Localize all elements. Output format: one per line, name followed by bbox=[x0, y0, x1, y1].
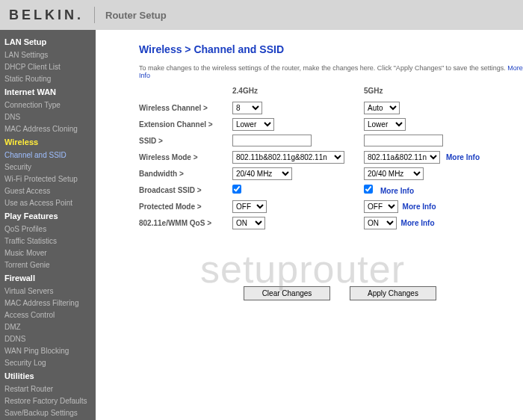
sidebar-item[interactable]: Restart Router bbox=[0, 383, 96, 395]
sidebar-item[interactable]: Music Mover bbox=[0, 247, 96, 259]
more-info-protected[interactable]: More Info bbox=[403, 203, 436, 211]
sidebar-head[interactable]: LAN Setup bbox=[0, 34, 96, 49]
select-mode-5[interactable]: 802.11a&802.11n bbox=[364, 151, 440, 164]
sidebar-item[interactable]: Security bbox=[0, 161, 96, 173]
sidebar-head[interactable]: Play Features bbox=[0, 209, 96, 223]
select-ext-24[interactable]: Lower bbox=[232, 118, 274, 131]
label-wireless-channel: Wireless Channel > bbox=[139, 104, 232, 112]
check-broadcast-5[interactable] bbox=[364, 185, 373, 194]
select-mode-24[interactable]: 802.11b&802.11g&802.11n bbox=[232, 151, 344, 164]
sidebar-item[interactable]: Access Control bbox=[0, 309, 96, 321]
sidebar-item[interactable]: Security Log bbox=[0, 356, 96, 368]
select-qos-24[interactable]: ON bbox=[232, 217, 265, 229]
sidebar-item[interactable]: Use as Access Point bbox=[0, 197, 96, 209]
col-24ghz: 2.4GHz bbox=[232, 87, 364, 95]
sidebar-item[interactable]: LAN Settings bbox=[0, 49, 96, 61]
input-ssid-5[interactable] bbox=[364, 135, 443, 146]
sidebar-item[interactable]: Wi-Fi Protected Setup bbox=[0, 173, 96, 185]
topbar: BELKIN. Router Setup bbox=[0, 0, 523, 30]
input-ssid-24[interactable] bbox=[232, 135, 312, 146]
apply-changes-button[interactable]: Apply Changes bbox=[350, 286, 436, 300]
more-info-qos[interactable]: More Info bbox=[401, 219, 435, 227]
sidebar-item[interactable]: Restore Factory Defaults bbox=[0, 395, 96, 407]
sidebar-item[interactable]: DMZ bbox=[0, 321, 96, 333]
check-broadcast-24[interactable] bbox=[232, 185, 241, 194]
sidebar-item[interactable]: Static Routing bbox=[0, 72, 96, 84]
column-headers: 2.4GHz 5GHz bbox=[139, 87, 523, 95]
brand-separator bbox=[94, 7, 95, 23]
sidebar-item[interactable]: DHCP Client List bbox=[0, 61, 96, 72]
sidebar-item[interactable]: WAN Ping Blocking bbox=[0, 345, 96, 356]
select-ext-5[interactable]: Lower bbox=[364, 118, 406, 131]
more-info-mode[interactable]: More Info bbox=[446, 153, 480, 161]
sidebar-item[interactable]: QoS Profiles bbox=[0, 223, 96, 235]
sidebar-head[interactable]: Utilities bbox=[0, 368, 96, 383]
top-title: Router Setup bbox=[105, 10, 167, 21]
brand-logo: BELKIN. bbox=[9, 7, 84, 23]
label-mode: Wireless Mode > bbox=[139, 153, 232, 161]
label-broadcast: Broadcast SSID > bbox=[139, 186, 232, 194]
select-qos-5[interactable]: ON bbox=[364, 217, 397, 229]
select-channel-24[interactable]: 8 bbox=[232, 102, 262, 114]
sidebar-item[interactable]: DDNS bbox=[0, 333, 96, 345]
label-bandwidth: Bandwidth > bbox=[139, 170, 232, 178]
label-protected: Protected Mode > bbox=[139, 203, 232, 211]
sidebar-item[interactable]: Virtual Servers bbox=[0, 285, 96, 297]
sidebar-item[interactable]: Save/Backup Settings bbox=[0, 407, 96, 419]
label-ssid: SSID > bbox=[139, 137, 232, 145]
sidebar-head[interactable]: Firewall bbox=[0, 271, 96, 285]
page-title: Wireless > Channel and SSID bbox=[139, 43, 523, 55]
desc-text: To make changes to the wireless settings… bbox=[139, 64, 506, 72]
page-desc: To make changes to the wireless settings… bbox=[139, 64, 523, 79]
select-protected-5[interactable]: OFF bbox=[364, 200, 398, 213]
sidebar-item[interactable]: Connection Type bbox=[0, 99, 96, 111]
sidebar-item[interactable]: Torrent Genie bbox=[0, 259, 96, 271]
sidebar-head[interactable]: Internet WAN bbox=[0, 84, 96, 99]
more-info-broadcast[interactable]: More Info bbox=[380, 187, 414, 195]
select-channel-5[interactable]: Auto bbox=[364, 102, 400, 114]
sidebar-item[interactable]: MAC Address Cloning bbox=[0, 123, 96, 135]
select-bw-5[interactable]: 20/40 MHz bbox=[364, 167, 424, 180]
watermark: setuprouter bbox=[200, 247, 405, 291]
clear-changes-button[interactable]: Clear Changes bbox=[244, 286, 330, 300]
select-protected-24[interactable]: OFF bbox=[232, 200, 267, 213]
label-ext-channel: Extension Channel > bbox=[139, 120, 232, 129]
sidebar-item[interactable]: Traffic Statistics bbox=[0, 235, 96, 247]
label-qos: 802.11e/WMM QoS > bbox=[139, 219, 232, 227]
sidebar-item[interactable]: Guest Access bbox=[0, 185, 96, 197]
sidebar-item[interactable]: Channel and SSID bbox=[0, 149, 96, 161]
sidebar-item[interactable]: DNS bbox=[0, 111, 96, 123]
sidebar: LAN SetupLAN SettingsDHCP Client ListSta… bbox=[0, 30, 96, 420]
sidebar-head[interactable]: Wireless bbox=[0, 135, 96, 149]
sidebar-item[interactable]: MAC Address Filtering bbox=[0, 297, 96, 309]
col-5ghz: 5GHz bbox=[364, 87, 461, 95]
main-content: Wireless > Channel and SSID To make chan… bbox=[96, 30, 523, 420]
select-bw-24[interactable]: 20/40 MHz bbox=[232, 167, 292, 180]
